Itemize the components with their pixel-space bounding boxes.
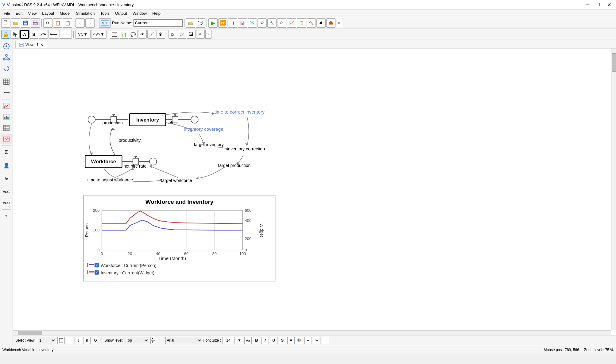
run-simulation-button[interactable]: ▶ [208,18,218,28]
vc-dropdown[interactable]: VC▼ [75,30,91,39]
vscroll-thumb[interactable] [612,53,616,72]
horizontal-scrollbar[interactable] [13,330,611,335]
toolbar1-more[interactable]: » [336,19,342,27]
underline-button[interactable]: U [270,337,277,344]
calibrate-button[interactable]: 🔧 [267,18,277,28]
font-size-input[interactable] [222,337,234,344]
sidebar-image-btn[interactable] [1,134,12,144]
bidirectional-tool[interactable] [48,30,59,39]
close-button[interactable]: ✕ [605,1,614,8]
drawing-tool[interactable]: ✏ [196,30,205,39]
menu-window[interactable]: Window [130,10,149,16]
optimize-button[interactable]: ⚙ [258,18,267,28]
view-up-button[interactable]: ↑ [66,337,73,344]
font-case-btn[interactable]: Aa [244,337,252,344]
view-refresh-button[interactable]: ↻ [92,337,99,344]
comment-button[interactable]: 💬 [196,18,205,28]
text-color-btn[interactable]: A [287,337,295,344]
box-tool[interactable]: A [20,30,29,39]
compare-button[interactable]: ⚖ [277,18,286,28]
sidebar-vcg-btn[interactable]: VCG [1,187,12,197]
graph-tool[interactable]: 📊 [120,30,128,39]
image-tool[interactable]: 🖼 [187,30,196,39]
fill-color-btn[interactable]: 🎨 [296,337,303,344]
redo2-btn[interactable]: ↪ [313,337,320,344]
delete-tool[interactable]: 🗑 [157,30,165,39]
sidebar-linegraph-btn[interactable] [1,101,12,111]
run-name-input[interactable] [134,19,183,27]
bold-button[interactable]: B [253,337,260,344]
function-tool[interactable]: fx [169,30,177,39]
settings2-button[interactable]: 🔨 [307,18,316,28]
dataset-button[interactable]: 📊 [238,18,247,28]
sidebar-person-btn[interactable]: 👤 [1,160,12,171]
sidebar-loop-btn[interactable] [1,63,12,74]
sidebar-sigma-btn[interactable]: Σ [1,147,12,157]
view-down-button[interactable]: ↓ [75,337,82,344]
paste-button[interactable]: 📋 [63,18,72,28]
menu-tools[interactable]: Tools [98,10,112,16]
sensitivity-button[interactable]: 📉 [248,18,257,28]
sidebar-table-btn[interactable] [1,76,12,87]
undo2-btn[interactable]: ↩ [304,337,312,344]
flow-tool[interactable]: ═══ [60,30,72,39]
pause-button[interactable]: ⏸ [228,18,237,28]
view-frame-button[interactable] [57,337,65,344]
menu-simulation[interactable]: Simulation [74,10,97,16]
cut-button[interactable]: ✂ [43,18,52,28]
sketch-tool[interactable] [110,30,119,39]
more2-btn[interactable]: » [322,337,329,344]
view-tab[interactable]: View : 1 ✕ [15,41,47,48]
sidebar-network-btn[interactable] [1,52,12,63]
s-tool[interactable]: S [29,30,38,39]
strikethrough-button[interactable]: S [279,337,286,344]
show-level-dropdown[interactable]: Top All [125,337,149,344]
copy-button[interactable]: 📋 [53,18,62,28]
table-output-button[interactable]: 📋 [297,18,306,28]
minimize-button[interactable]: ─ [583,1,592,8]
menu-layout[interactable]: Layout [40,10,56,16]
menu-view[interactable]: View [25,10,39,16]
italic-button[interactable]: I [262,337,269,344]
print-button[interactable] [31,18,40,28]
browse-run-button[interactable] [186,18,195,28]
output-tool[interactable]: 📈 [178,30,186,39]
save-button[interactable] [21,18,30,28]
maximize-button[interactable]: □ [594,1,602,8]
select-view-dropdown[interactable]: 1 [38,337,56,344]
eye-tool[interactable]: 👁 [138,30,147,39]
redo-button[interactable]: → [85,18,95,28]
spinner-down[interactable]: ▼ [150,340,155,344]
show-level-spinner[interactable]: ▲ ▼ [150,337,155,344]
new-file-button[interactable] [1,18,10,28]
sidebar-barchart-btn[interactable] [1,112,12,122]
font-family-select[interactable]: Arial Times New Roman Courier New [165,337,202,344]
vv-dropdown[interactable]: <V>▼ [91,30,107,39]
sketch-button[interactable]: MDL [99,18,111,28]
toolbar2-more[interactable]: » [205,30,211,39]
menu-file[interactable]: File [1,10,13,16]
graph-output-button[interactable]: 📈 [287,18,296,28]
eyedrop-tool[interactable]: 💉 [147,30,156,39]
comment-tool[interactable]: 💬 [129,30,138,39]
sidebar-causal-btn[interactable] [1,41,12,52]
menu-output[interactable]: Output [113,10,130,16]
pointer-tool[interactable] [11,30,20,39]
menu-edit[interactable]: Edit [13,10,25,16]
sidebar-grid-btn[interactable] [1,123,12,133]
menu-model[interactable]: Model [57,10,73,16]
vertical-scrollbar[interactable] [611,48,616,330]
sidebar-arrow-btn[interactable] [1,87,12,98]
sidebar-vgo-btn[interactable]: VGO [1,198,12,208]
title-controls[interactable]: ─ □ ✕ [583,1,614,8]
cross-button[interactable]: ✖ [316,18,326,28]
export-button[interactable]: 📤 [326,18,335,28]
hscroll-thumb[interactable] [18,331,42,335]
step-run-button[interactable]: ⏩ [218,18,227,28]
tab-close[interactable]: ✕ [40,43,43,47]
lock-tool[interactable]: 🔒 [1,30,10,39]
undo-button[interactable]: ← [76,18,85,28]
sidebar-more-btn[interactable]: » [1,211,12,221]
menu-help[interactable]: Help [150,10,163,16]
open-file-button[interactable] [11,18,20,28]
